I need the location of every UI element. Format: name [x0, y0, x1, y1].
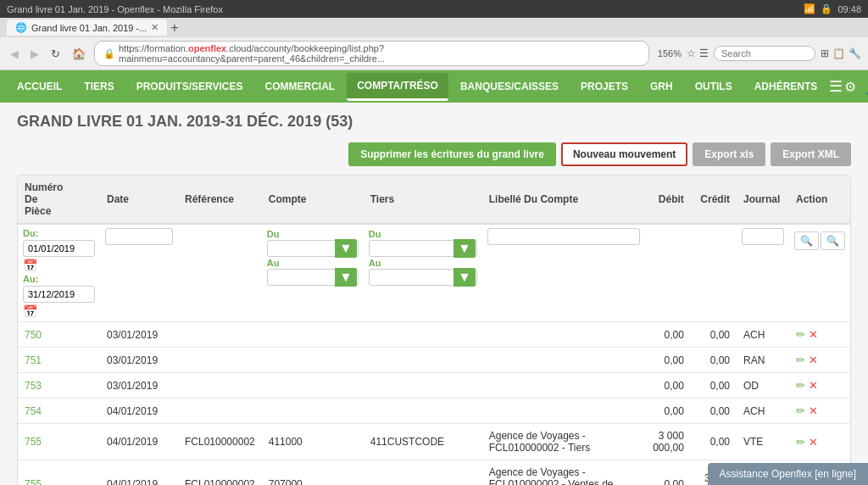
cell-tiers [364, 373, 482, 399]
filter-ref-input[interactable] [105, 228, 173, 245]
cell-action: ✏ ✕ [789, 399, 850, 424]
edit-icon[interactable]: ✏ [796, 436, 805, 449]
nav-produits[interactable]: PRODUITS/SERVICES [126, 74, 253, 99]
delete-icon[interactable]: ✕ [809, 436, 818, 449]
settings-icon[interactable]: ⚙ [844, 79, 856, 95]
filter-tiers-au-label: Au [369, 258, 381, 268]
page-content: GRAND LIVRE 01 JAN. 2019-31 DÉC. 2019 (5… [0, 103, 868, 485]
nav-commercial[interactable]: COMMERCIAL [255, 74, 346, 99]
cell-compte: 411000 [262, 424, 364, 460]
calendar-from-icon[interactable]: 📅 [23, 259, 95, 272]
table-row: 754 04/01/2019 0,00 0,00 ACH ✏ ✕ [18, 399, 850, 424]
nav-tiers[interactable]: TIERS [74, 74, 124, 99]
filter-date-from-input[interactable] [23, 240, 95, 257]
cell-reference [178, 373, 262, 399]
nav-adherents[interactable]: ADHÉRENTS [744, 74, 828, 99]
cell-numero[interactable]: 755 [18, 460, 100, 486]
zoom-level: 156% [658, 48, 682, 59]
cell-debit: 3 000 000,00 [645, 424, 691, 460]
filter-tiers-from-select[interactable] [369, 240, 477, 257]
filter-date-to-input[interactable] [23, 286, 95, 303]
filter-action-cell: 🔍 🔍 [789, 224, 850, 322]
filter-compte-to-select[interactable] [267, 269, 359, 286]
cell-compte [262, 322, 364, 348]
filter-reset-button[interactable]: 🔍 [821, 231, 845, 250]
nav-projets[interactable]: PROJETS [570, 74, 638, 99]
nav-banques[interactable]: BANQUES/CAISSES [450, 74, 569, 99]
delete-icon[interactable]: ✕ [809, 404, 818, 417]
cell-libelle [482, 373, 645, 399]
filter-search-button[interactable]: 🔍 [794, 231, 819, 250]
filter-au-label: Au: [23, 274, 95, 284]
cell-numero[interactable]: 754 [18, 399, 100, 424]
cell-numero[interactable]: 753 [18, 373, 100, 399]
cell-numero[interactable]: 750 [18, 322, 100, 348]
menu-icon[interactable]: ☰ [699, 47, 709, 59]
edit-icon[interactable]: ✏ [796, 404, 805, 417]
browser-search-input[interactable] [714, 46, 815, 61]
tab-close-icon[interactable]: ✕ [151, 22, 159, 33]
cell-reference: FCL010000002 [178, 460, 262, 486]
browser-right-icons: ☆ ☰ [687, 47, 709, 59]
filter-date-cell [100, 224, 178, 322]
active-tab[interactable]: 🌐 Grand livre 01 Jan. 2019 -... ✕ [7, 20, 167, 36]
nav-right-icons: ⚙ 👤 🖨 ⏻ [844, 79, 868, 95]
bookmark-icon[interactable]: ☆ [687, 47, 696, 59]
nouveau-mouvement-button[interactable]: Nouveau mouvement [561, 142, 687, 166]
cell-debit: 0,00 [645, 322, 691, 348]
nav-accueil[interactable]: ACCUEIL [7, 74, 72, 99]
table-row: 750 03/01/2019 0,00 0,00 ACH ✏ ✕ [18, 322, 850, 348]
back-button[interactable]: ◀ [7, 46, 22, 62]
hamburger-icon[interactable]: ☰ [829, 77, 843, 96]
cell-tiers [364, 322, 482, 348]
forward-button[interactable]: ▶ [27, 46, 42, 62]
new-tab-icon[interactable]: + [170, 20, 178, 36]
delete-icon[interactable]: ✕ [809, 379, 818, 392]
filter-compte-to-wrapper: ▼ [267, 269, 359, 286]
url-text: https://formation.openflex.cloud/account… [119, 43, 640, 64]
tab-favicon: 🌐 [15, 22, 27, 33]
edit-icon[interactable]: ✏ [796, 328, 805, 341]
cell-numero[interactable]: 751 [18, 348, 100, 373]
delete-icon[interactable]: ✕ [809, 328, 818, 341]
cell-reference [178, 348, 262, 373]
filter-journal-input[interactable] [742, 228, 784, 245]
nav-compta[interactable]: COMPTA/TRÉSO [347, 73, 448, 101]
filter-debit-cell [645, 224, 691, 322]
export-xls-button[interactable]: Export xls [693, 142, 765, 166]
nav-grh[interactable]: GRH [640, 74, 683, 99]
user-icon[interactable]: 👤 [865, 79, 868, 95]
cell-action: ✏ ✕ [789, 322, 850, 348]
edit-icon[interactable]: ✏ [796, 379, 805, 392]
col-header-date: Date [100, 176, 178, 224]
cell-numero[interactable]: 755 [18, 424, 100, 460]
ext-icon-1: ⊞ [821, 47, 829, 59]
assistance-bar[interactable]: Assistance Openflex [en ligne] [708, 463, 868, 485]
cell-reference [178, 399, 262, 424]
filter-tiers-du-label: Du [369, 229, 381, 239]
tab-label: Grand livre 01 Jan. 2019 -... [31, 23, 147, 33]
ext-icon-2: 📋 [832, 47, 845, 59]
nav-outils[interactable]: OUTILS [685, 74, 743, 99]
filter-tiers-to-select[interactable] [369, 269, 477, 286]
supprimer-button[interactable]: Supprimer les écritures du grand livre [348, 142, 556, 166]
home-button[interactable]: 🏠 [69, 46, 89, 62]
action-icons: ✏ ✕ [796, 354, 843, 366]
calendar-to-icon[interactable]: 📅 [23, 304, 95, 318]
export-xml-button[interactable]: Export XML [771, 142, 851, 166]
filter-row: Du: 📅 Au: 📅 Du [18, 224, 850, 322]
filter-compte-from-select[interactable] [267, 240, 359, 257]
reload-button[interactable]: ↻ [47, 46, 64, 62]
filter-libelle-input[interactable] [487, 228, 640, 245]
cell-credit: 0,00 [691, 399, 737, 424]
cell-credit: 0,00 [691, 322, 737, 348]
grand-livre-table: NuméroDePièce Date Référence Compte Tier… [17, 175, 851, 485]
tab-bar: 🌐 Grand livre 01 Jan. 2019 -... ✕ + [0, 18, 868, 37]
delete-icon[interactable]: ✕ [809, 354, 818, 366]
filter-journal-cell [737, 224, 789, 322]
cell-debit: 0,00 [645, 373, 691, 399]
edit-icon[interactable]: ✏ [796, 354, 805, 366]
url-bar[interactable]: 🔒 https://formation.openflex.cloud/accou… [94, 41, 649, 66]
col-header-reference: Référence [178, 176, 262, 224]
col-header-debit: Débit [645, 176, 691, 224]
